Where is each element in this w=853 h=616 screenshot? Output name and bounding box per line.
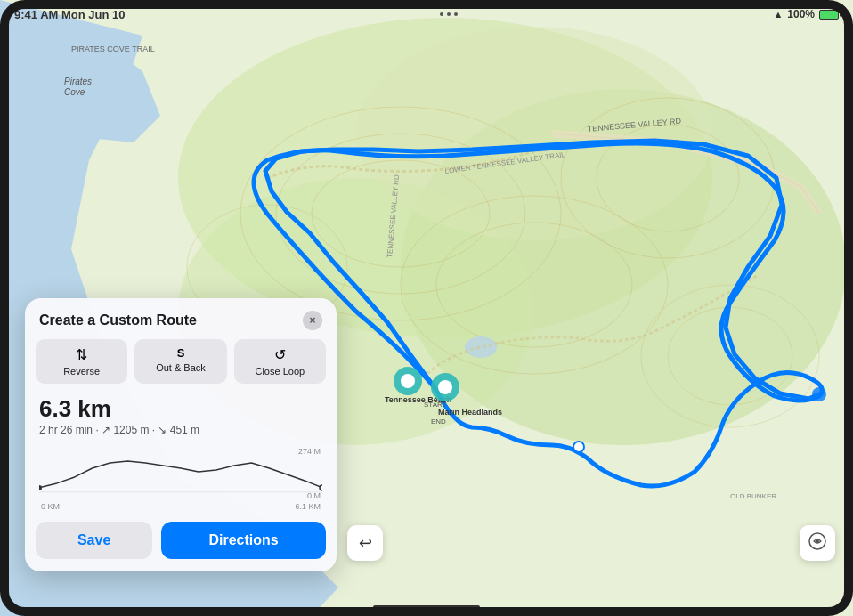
reverse-icon: ⇅ [76, 346, 87, 363]
dot1 [440, 12, 443, 16]
panel-header: Create a Custom Route × [25, 298, 337, 339]
route-type-buttons: ⇅ Reverse S Out & Back ↺ Close Loop [25, 339, 337, 393]
out-back-icon: S [177, 346, 185, 360]
close-button[interactable]: × [303, 311, 322, 330]
svg-point-25 [438, 380, 452, 394]
close-loop-icon: ↺ [274, 346, 286, 363]
out-back-button[interactable]: S Out & Back [134, 339, 226, 384]
close-loop-button[interactable]: ↺ Close Loop [234, 339, 326, 384]
panel-title: Create a Custom Route [39, 312, 197, 328]
svg-point-37 [816, 539, 819, 543]
svg-text:END: END [431, 417, 446, 426]
battery-percentage: 100% [787, 8, 815, 20]
route-details: 2 hr 26 min · ↗ 1205 m · ↘ 451 m [39, 424, 322, 436]
reverse-button[interactable]: ⇅ Reverse [36, 339, 127, 384]
duration: 2 hr 26 min [39, 424, 93, 436]
svg-point-35 [320, 485, 322, 490]
svg-point-15 [465, 336, 497, 358]
undo-icon: ↩ [359, 533, 372, 553]
svg-point-22 [401, 374, 415, 388]
close-loop-label: Close Loop [255, 366, 305, 377]
status-bar: 9:41 AM Mon Jun 10 ▲ 100% [0, 0, 853, 28]
dot3 [454, 12, 458, 16]
elevation-chart: 274 M 0 M 0 KM 6.1 KM [25, 443, 337, 515]
out-back-label: Out & Back [156, 362, 206, 373]
save-button[interactable]: Save [36, 522, 152, 559]
svg-point-34 [39, 485, 42, 490]
x-start-label: 0 KM [41, 502, 60, 511]
svg-text:Pirates: Pirates [64, 77, 92, 86]
elevation-svg [39, 443, 322, 497]
svg-text:OLD BUNKER: OLD BUNKER [730, 492, 776, 500]
elevation-down: ↘ 451 m [158, 424, 199, 436]
wifi-icon: ▲ [773, 9, 783, 20]
status-right: ▲ 100% [773, 8, 839, 20]
route-panel: Create a Custom Route × ⇅ Reverse S Out … [25, 298, 337, 571]
svg-text:PIRATES COVE TRAIL: PIRATES COVE TRAIL [71, 45, 155, 53]
x-end-label: 6.1 KM [295, 502, 321, 511]
action-buttons: Save Directions [25, 515, 337, 571]
layers-button[interactable] [800, 525, 835, 561]
elevation-up: ↗ 1205 m [102, 424, 149, 436]
status-center-dots [440, 12, 458, 16]
layers-icon [808, 531, 827, 555]
battery-icon [819, 10, 839, 20]
route-stats: 6.3 km 2 hr 26 min · ↗ 1205 m · ↘ 451 m [25, 393, 337, 443]
elevation-min-label: 0 M [307, 491, 321, 500]
elevation-max-label: 274 M [298, 447, 321, 456]
home-indicator [373, 605, 480, 609]
svg-text:Marin Headlands: Marin Headlands [438, 408, 502, 417]
svg-point-30 [812, 387, 826, 401]
reverse-label: Reverse [63, 366, 100, 377]
directions-button[interactable]: Directions [161, 522, 326, 559]
status-time: 9:41 AM Mon Jun 10 [14, 8, 125, 21]
svg-text:Cove: Cove [64, 87, 85, 97]
svg-point-29 [573, 442, 584, 452]
route-distance: 6.3 km [39, 396, 322, 422]
undo-button[interactable]: ↩ [347, 525, 383, 561]
dot2 [447, 12, 451, 16]
